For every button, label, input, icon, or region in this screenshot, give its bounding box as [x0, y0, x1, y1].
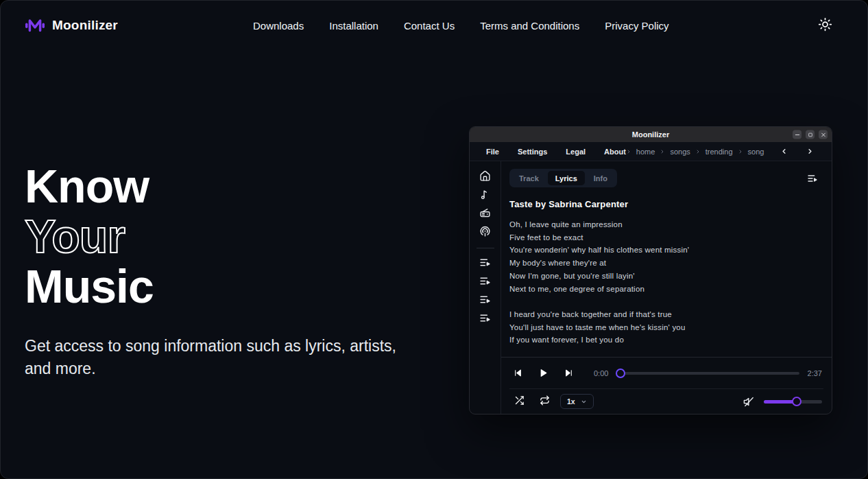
- brand[interactable]: Moonilizer: [24, 16, 118, 35]
- breadcrumb-link[interactable]: song: [748, 148, 764, 156]
- menu-items: FileSettingsLegalAbout: [486, 148, 626, 156]
- sidebar-divider: [477, 248, 494, 248]
- breadcrumb-item: song: [738, 148, 764, 156]
- list-video-button[interactable]: [479, 257, 491, 268]
- nav-link[interactable]: Contact Us: [404, 20, 455, 32]
- shuffle-button[interactable]: [514, 395, 525, 406]
- playback-speed-select[interactable]: 1x: [560, 394, 594, 409]
- hero-subtitle: Get access to song information such as l…: [25, 335, 409, 379]
- sun-icon: [818, 17, 832, 32]
- lyric-line: Now I'm gone, but you're still layin': [509, 270, 823, 283]
- lyrics: Oh, I leave quite an impressionFive feet…: [509, 218, 823, 347]
- progress-bar[interactable]: [620, 372, 799, 375]
- tabs-row: TrackLyricsInfo: [509, 169, 823, 187]
- tab[interactable]: Info: [586, 171, 615, 185]
- breadcrumb-link[interactable]: home: [636, 148, 655, 156]
- song-title: Taste by Sabrina Carpenter: [509, 199, 823, 209]
- nav-link[interactable]: Downloads: [253, 20, 304, 32]
- chevron-down-icon: [581, 399, 587, 405]
- sidebar-playlists: [479, 257, 491, 331]
- menu-item[interactable]: About: [604, 148, 626, 156]
- play-button[interactable]: [539, 369, 548, 377]
- list-video-button[interactable]: [479, 275, 491, 287]
- breadcrumb: home songs trending song: [626, 148, 764, 156]
- music-note-button[interactable]: [479, 189, 491, 200]
- player: 0:00 2:37 1x: [501, 357, 832, 414]
- lyric-line: My body's where they're at: [509, 257, 823, 270]
- window-menubar: FileSettingsLegalAbout home songs trendi…: [470, 142, 832, 161]
- landing-page: Moonilizer DownloadsInstallationContact …: [0, 0, 868, 479]
- chevron-right-icon: [695, 149, 701, 154]
- lyric-line: Five feet to be exact: [509, 231, 823, 244]
- breadcrumb-link[interactable]: trending: [706, 148, 733, 156]
- transport-controls: [509, 369, 573, 377]
- playback-options: [509, 395, 560, 408]
- app-content: TrackLyricsInfo Taste by Sabrina Carpent…: [501, 161, 832, 414]
- window-titlebar[interactable]: Moonilizer: [470, 127, 832, 142]
- navbar: Moonilizer DownloadsInstallationContact …: [1, 1, 867, 50]
- nav-link[interactable]: Installation: [329, 20, 378, 32]
- queue-icon[interactable]: [807, 173, 818, 184]
- nav-link[interactable]: Terms and Conditions: [480, 20, 579, 32]
- chevron-right-button[interactable]: [806, 148, 814, 155]
- chevron-right-icon: [626, 149, 631, 154]
- volume-thumb[interactable]: [792, 397, 801, 406]
- volume-muted-icon[interactable]: [743, 396, 755, 408]
- skip-back-button[interactable]: [514, 369, 522, 377]
- list-video-button[interactable]: [479, 294, 491, 305]
- progress-thumb[interactable]: [616, 369, 625, 378]
- lyric-line: I heard you're back together and if that…: [509, 308, 823, 321]
- player-transport-row: 0:00 2:37: [509, 358, 823, 388]
- window-controls: [793, 130, 828, 139]
- theme-toggle-button[interactable]: [818, 17, 832, 34]
- content-inner: TrackLyricsInfo Taste by Sabrina Carpent…: [501, 161, 832, 357]
- brand-name: Moonilizer: [52, 18, 118, 33]
- breadcrumb-item: songs: [660, 148, 690, 156]
- lyric-line: [509, 295, 823, 308]
- lyric-line: You'll just have to taste me when he's k…: [509, 321, 823, 334]
- app-sidebar: [470, 161, 501, 414]
- minimize-button[interactable]: [793, 130, 801, 139]
- volume-slider[interactable]: [764, 400, 822, 404]
- hero-title-line: Know: [25, 161, 409, 211]
- list-video-button[interactable]: [479, 312, 491, 324]
- current-time: 0:00: [594, 369, 608, 377]
- total-time: 2:37: [808, 369, 822, 377]
- app-window: Moonilizer FileSettingsLegalAbout home s…: [469, 126, 832, 414]
- window-title: Moonilizer: [632, 130, 669, 139]
- window-body: TrackLyricsInfo Taste by Sabrina Carpent…: [470, 161, 832, 414]
- radio-button[interactable]: [479, 207, 491, 219]
- nav-link[interactable]: Privacy Policy: [605, 20, 668, 32]
- menu-item[interactable]: Settings: [518, 148, 547, 156]
- lyric-line: You're wonderin' why half his clothes we…: [509, 244, 823, 257]
- player-options-row: 1x: [509, 388, 823, 414]
- lyric-line: If you want forever, I bet you do: [509, 334, 823, 347]
- chevron-left-button[interactable]: [780, 148, 788, 155]
- menu-item[interactable]: File: [486, 148, 499, 156]
- chevron-right-icon: [738, 149, 743, 154]
- hero-title-line: Your: [25, 211, 409, 261]
- hero-title: KnowYourMusic: [25, 161, 409, 312]
- menu-item[interactable]: Legal: [566, 148, 586, 156]
- tab[interactable]: Track: [511, 171, 546, 185]
- skip-forward-button[interactable]: [564, 369, 573, 377]
- lyric-line: Oh, I leave quite an impression: [509, 218, 823, 231]
- maximize-button[interactable]: [806, 130, 815, 139]
- tab[interactable]: Lyrics: [548, 171, 585, 185]
- lyric-line: Next to me, one degree of separation: [509, 283, 823, 296]
- home-button[interactable]: [479, 170, 491, 182]
- logo-icon: [24, 16, 46, 35]
- hero-title-line: Music: [25, 261, 409, 312]
- tab-group: TrackLyricsInfo: [509, 169, 617, 187]
- nav-links: DownloadsInstallationContact UsTerms and…: [253, 1, 669, 50]
- close-button[interactable]: [819, 130, 828, 139]
- history-nav: [780, 148, 814, 155]
- podcast-button[interactable]: [479, 226, 491, 237]
- breadcrumb-link[interactable]: songs: [670, 148, 690, 156]
- speed-label: 1x: [567, 397, 575, 406]
- breadcrumb-item: trending: [695, 148, 733, 156]
- hero: KnowYourMusic Get access to song informa…: [25, 161, 409, 379]
- breadcrumb-item: home: [626, 148, 655, 156]
- repeat-button[interactable]: [540, 395, 550, 406]
- chevron-right-icon: [660, 149, 665, 154]
